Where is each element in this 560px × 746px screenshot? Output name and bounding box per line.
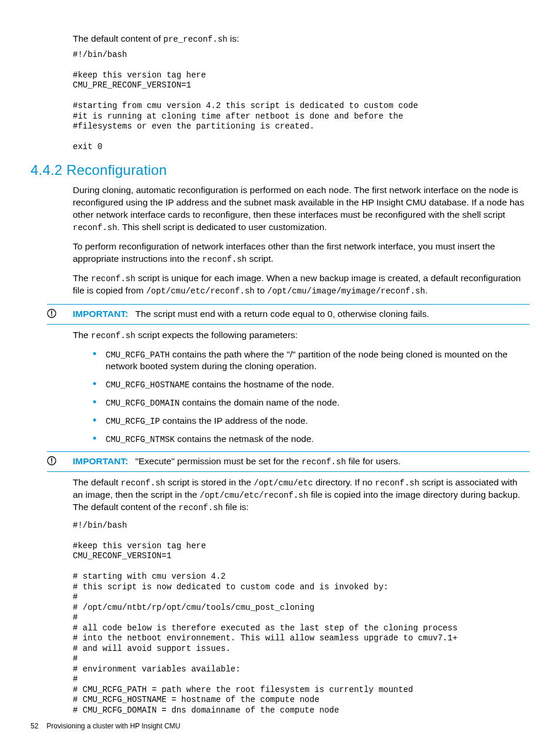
important-note-2: IMPORTANT:"Execute" permission must be s… (47, 451, 529, 472)
code-block-2: #!/bin/bash #keep this version tag here … (73, 521, 529, 716)
list-item: CMU_RCFG_HOSTNAME contains the hostname … (93, 379, 529, 391)
intro-pre: The default content of (73, 33, 163, 43)
list-item: CMU_RCFG_DOMAIN contains the domain name… (93, 397, 529, 409)
code-block-1: #!/bin/bash #keep this version tag here … (73, 50, 529, 153)
section-title: Reconfiguration (66, 162, 167, 178)
important-text-1: The script must end with a return code e… (135, 309, 429, 319)
svg-rect-1 (51, 310, 52, 314)
list-item: CMU_RCFG_PATH contains the path where th… (93, 349, 529, 373)
paragraph-5: The default reconf.sh script is stored i… (73, 477, 529, 514)
svg-rect-2 (51, 315, 52, 316)
page-number: 52 (31, 722, 38, 730)
paragraph-4: The reconf.sh script expects the followi… (73, 329, 529, 342)
param-list: CMU_RCFG_PATH contains the path where th… (73, 349, 529, 446)
paragraph-1: During cloning, automatic reconfiguratio… (73, 184, 529, 234)
svg-rect-4 (51, 458, 52, 462)
intro-file: pre_reconf.sh (163, 35, 227, 44)
important-label: IMPORTANT: (73, 456, 128, 466)
paragraph-3: The reconf.sh script is unique for each … (73, 272, 529, 297)
important-label: IMPORTANT: (73, 309, 128, 319)
list-item: CMU_RCFG_NTMSK contains the netmask of t… (93, 433, 529, 445)
paragraph-2: To perform reconfiguration of network in… (73, 241, 529, 265)
section-number: 4.4.2 (31, 162, 62, 178)
list-item: CMU_RCFG_IP contains the IP address of t… (93, 415, 529, 427)
intro-line: The default content of pre_reconf.sh is: (73, 33, 529, 45)
page-footer: 52Provisioning a cluster with HP Insight… (31, 721, 180, 731)
important-note-1: IMPORTANT:The script must end with a ret… (47, 304, 529, 325)
section-heading: 4.4.2 Reconfiguration (31, 161, 529, 180)
intro-post: is: (227, 33, 239, 43)
important-icon (47, 455, 73, 465)
important-icon (47, 308, 73, 318)
svg-rect-5 (51, 463, 52, 464)
footer-title: Provisioning a cluster with HP Insight C… (46, 722, 180, 730)
